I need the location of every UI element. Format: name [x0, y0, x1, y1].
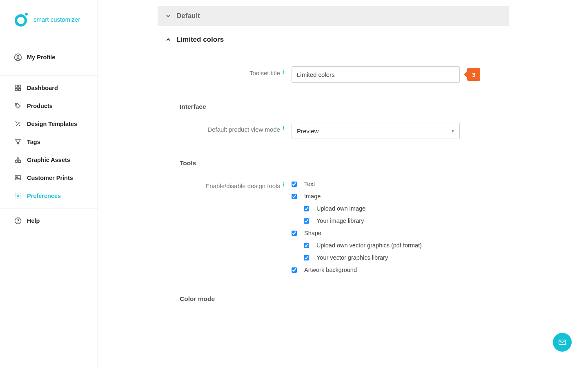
sidebar-item-dashboard[interactable]: Dashboard	[0, 79, 98, 97]
interface-heading: Interface	[180, 103, 509, 110]
sidebar-item-label: Preferences	[27, 193, 61, 199]
checkbox-label: Text	[304, 181, 315, 187]
help-icon	[14, 217, 22, 225]
shapes-icon	[14, 156, 22, 164]
checkbox-image-library[interactable]	[304, 218, 309, 224]
checkbox-label: Shape	[304, 230, 321, 236]
tools-heading: Tools	[180, 159, 509, 167]
checkbox-image[interactable]	[292, 194, 297, 199]
sidebar-item-label: Products	[27, 103, 53, 109]
checkbox-label: Your image library	[316, 218, 364, 224]
tools-checkbox-list: Text Image Upload own image Your image l…	[292, 179, 422, 279]
svg-point-6	[16, 104, 17, 105]
info-icon[interactable]: i	[283, 69, 284, 75]
checkbox-label: Upload own vector graphics (pdf format)	[316, 242, 422, 249]
checkbox-text[interactable]	[292, 182, 297, 187]
svg-point-7	[15, 160, 18, 163]
chat-button[interactable]	[553, 333, 572, 352]
chevron-down-icon	[165, 13, 173, 19]
checkbox-artwork-bg[interactable]	[292, 267, 297, 273]
svg-rect-8	[18, 160, 21, 163]
sidebar-my-profile-label: My Profile	[27, 54, 55, 61]
sidebar-item-products[interactable]: Products	[0, 97, 98, 115]
toolset-title-label: Toolset title	[249, 70, 280, 76]
user-circle-icon	[14, 53, 22, 61]
logo-icon	[15, 13, 29, 27]
translations-badge[interactable]: 3	[467, 68, 480, 81]
brand-name: smart customizer	[33, 16, 80, 23]
info-icon[interactable]: i	[283, 182, 284, 188]
image-icon	[14, 174, 22, 182]
dashboard-icon	[14, 84, 22, 92]
sidebar-item-help[interactable]: Help	[0, 212, 98, 230]
accordion-expanded-title: Limited colors	[176, 36, 224, 44]
svg-rect-2	[15, 85, 17, 87]
tools-icon	[14, 120, 22, 128]
brand-logo[interactable]: smart customizer	[0, 0, 98, 39]
checkbox-label: Artwork background	[304, 267, 357, 273]
sidebar-item-label: Help	[27, 218, 40, 224]
sidebar-item-label: Customer Prints	[27, 175, 73, 181]
checkbox-label: Image	[304, 193, 321, 200]
checkbox-image-upload[interactable]	[304, 206, 309, 211]
info-icon[interactable]: i	[283, 125, 284, 131]
accordion-default[interactable]: Default	[158, 6, 509, 26]
sidebar-my-profile[interactable]: My Profile	[0, 43, 98, 72]
checkbox-label: Your vector graphics library	[316, 254, 388, 261]
sidebar-item-customer-prints[interactable]: Customer Prints	[0, 169, 98, 187]
sidebar-item-label: Design Templates	[27, 121, 77, 127]
checkbox-shape-upload[interactable]	[304, 243, 309, 248]
sidebar-item-tags[interactable]: Tags	[0, 133, 98, 151]
svg-point-11	[17, 195, 19, 197]
tag-icon	[14, 102, 22, 110]
sidebar-item-graphic-assets[interactable]: Graphic Assets	[0, 151, 98, 169]
svg-rect-5	[19, 89, 21, 91]
chevron-up-icon	[165, 36, 173, 43]
checkbox-shape[interactable]	[292, 231, 297, 236]
filter-icon	[14, 138, 22, 146]
accordion-limited-colors[interactable]: Limited colors	[158, 29, 509, 50]
gear-icon	[14, 192, 22, 200]
sidebar-item-label: Dashboard	[27, 85, 58, 91]
accordion-default-title: Default	[176, 12, 200, 20]
sidebar-item-design-templates[interactable]: Design Templates	[0, 115, 98, 133]
checkbox-shape-library[interactable]	[304, 255, 309, 260]
toolset-title-input[interactable]	[292, 66, 460, 83]
svg-rect-3	[19, 85, 21, 87]
sidebar-item-label: Tags	[27, 139, 40, 145]
svg-rect-14	[559, 340, 566, 345]
colormode-heading: Color mode	[180, 295, 509, 303]
sidebar-item-preferences[interactable]: Preferences	[0, 187, 98, 205]
mail-icon	[558, 338, 567, 347]
sidebar-item-label: Graphic Assets	[27, 157, 70, 163]
checkbox-label: Upload own image	[316, 205, 365, 212]
svg-point-1	[17, 55, 19, 57]
tools-enable-label: Enable/disable design tools	[205, 182, 280, 189]
sidebar: smart customizer My Profile Dashboard	[0, 0, 98, 368]
svg-rect-4	[15, 89, 17, 91]
main-content: Default Limited colors Toolset title i	[98, 0, 588, 368]
viewmode-label: Default product view mode	[207, 126, 280, 133]
viewmode-select[interactable]: Preview	[292, 123, 460, 139]
svg-point-13	[18, 222, 18, 223]
